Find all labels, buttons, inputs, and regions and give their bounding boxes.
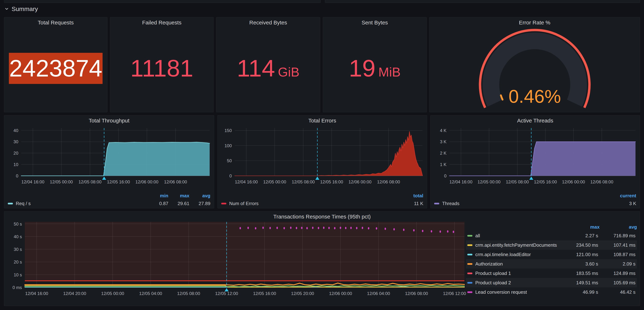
svg-text:30: 30 (14, 139, 18, 144)
svg-text:100: 100 (224, 143, 232, 148)
legend-item[interactable]: Lead conversion request 46.99 s46.42 s (466, 287, 637, 297)
threads-chart[interactable]: 01 K2 K3 K4 K12/04 16:0012/05 00:0012/05… (432, 126, 639, 187)
panel-title[interactable]: Transactions Response Times (95th pct) (4, 214, 640, 220)
panel-title[interactable]: Active Threads (430, 118, 640, 124)
panel-total-throughput: Total Throughput 01020304012/04 16:0012/… (4, 115, 214, 208)
legend-item[interactable]: crm.api.entity.fetchPaymentDocuments 234… (466, 240, 637, 250)
stat-unit: MiB (378, 65, 401, 79)
svg-text:12/06 00:00: 12/06 00:00 (329, 291, 352, 296)
svg-text:12/04 16:00: 12/04 16:00 (22, 179, 44, 184)
legend-item[interactable]: Authorization 3.60 s2.09 s (466, 259, 637, 269)
series-swatch (434, 203, 439, 204)
svg-text:12/05 00:00: 12/05 00:00 (263, 179, 286, 184)
svg-text:12/05 00:00: 12/05 00:00 (101, 291, 124, 296)
stat-value-failed-requests: 11181 (130, 56, 193, 81)
svg-text:30 s: 30 s (14, 247, 22, 252)
panel-sent-bytes: Sent Bytes 19MiB (323, 17, 427, 112)
legend-sort-max[interactable]: max (562, 224, 600, 230)
svg-text:12/06 00:00: 12/06 00:00 (562, 179, 585, 184)
section-title: Summary (12, 5, 38, 12)
stat-value-received-bytes: 114GiB (237, 56, 299, 81)
chevron-down-icon (4, 6, 9, 11)
series-swatch (467, 235, 472, 237)
svg-text:4 K: 4 K (440, 128, 446, 133)
panel-title[interactable]: Total Errors (218, 118, 427, 124)
svg-text:12/04 16:00: 12/04 16:00 (235, 179, 258, 184)
svg-text:12/05 08:00: 12/05 08:00 (292, 179, 315, 184)
legend-sort-min[interactable]: min (147, 193, 168, 199)
legend-item[interactable]: Product upload 1 183.55 ms124.89 ms (466, 269, 637, 278)
legend-sort-max[interactable]: max (168, 193, 189, 199)
svg-text:0: 0 (444, 173, 446, 178)
errors-legend: total Num of Errors 11 K (221, 193, 423, 206)
svg-text:0: 0 (230, 173, 232, 178)
svg-text:12/05 04:00: 12/05 04:00 (139, 291, 162, 296)
legend-item[interactable]: Num of Errors 11 K (221, 201, 423, 206)
series-swatch (8, 203, 13, 204)
legend-item[interactable]: Threads 3 K (434, 201, 636, 206)
svg-text:40: 40 (14, 128, 18, 133)
threads-legend: current Threads 3 K (434, 193, 636, 206)
errors-chart[interactable]: 05010015012/04 16:0012/05 00:0012/05 08:… (219, 126, 426, 187)
panel-transactions-response-times: Transactions Response Times (95th pct) 0… (4, 211, 640, 306)
legend-sort-avg[interactable]: avg (600, 224, 637, 230)
legend-item[interactable]: all 2.27 s716.89 ms (466, 231, 637, 240)
panel-failed-requests: Failed Requests 11181 (110, 17, 214, 112)
legend-item[interactable]: crm.api.timeline.loadEditor 121.00 ms108… (466, 250, 637, 259)
svg-text:12/06 08:00: 12/06 08:00 (164, 179, 187, 184)
legend-sort-avg[interactable]: avg (189, 193, 210, 199)
series-label: Authorization (475, 261, 503, 267)
panel-title[interactable]: Total Throughput (4, 118, 214, 124)
transactions-legend: max avg all 2.27 s716.89 ms crm.api.enti… (466, 223, 637, 297)
stat-value-sent-bytes: 19MiB (349, 56, 401, 81)
svg-text:20: 20 (14, 151, 18, 155)
stat-value-total-requests: 2423874 (9, 53, 102, 84)
svg-text:12/05 00:00: 12/05 00:00 (478, 179, 500, 184)
series-label: crm.api.entity.fetchPaymentDocuments (475, 242, 557, 248)
svg-text:12/05 20:00: 12/05 20:00 (291, 291, 314, 296)
svg-text:12/06 08:00: 12/06 08:00 (405, 291, 428, 296)
svg-text:2 K: 2 K (440, 151, 446, 155)
panel-title[interactable]: Total Requests (4, 19, 107, 26)
legend-sort-current[interactable]: current (612, 193, 636, 199)
legend-item[interactable]: Product upload 2 149.51 ms105.69 ms (466, 278, 637, 287)
section-row-summary[interactable]: Summary (4, 5, 38, 13)
series-label: all (475, 233, 480, 239)
panel-above-right-remnant (325, 0, 640, 3)
throughput-legend: min max avg Req / s 0.87 29.61 27.89 (8, 193, 210, 206)
svg-text:40 s: 40 s (14, 234, 22, 239)
series-label: Product upload 1 (475, 271, 511, 276)
svg-text:0: 0 (16, 173, 18, 178)
series-swatch (467, 263, 472, 265)
svg-text:12/05 16:00: 12/05 16:00 (534, 179, 557, 184)
svg-text:0 ms: 0 ms (12, 285, 22, 290)
series-label: Req / s (16, 201, 30, 206)
legend-sort-total[interactable]: total (402, 193, 423, 199)
svg-text:0.46%: 0.46% (508, 86, 561, 107)
legend-item[interactable]: Req / s 0.87 29.61 27.89 (8, 201, 210, 206)
throughput-chart[interactable]: 01020304012/04 16:0012/05 00:0012/05 08:… (6, 126, 213, 187)
transactions-chart[interactable]: 0 ms10 s20 s30 s40 s50 s12/04 16:0012/04… (6, 220, 466, 300)
svg-text:12/05 00:00: 12/05 00:00 (50, 179, 73, 184)
svg-text:1 K: 1 K (440, 162, 446, 167)
panel-received-bytes: Received Bytes 114GiB (216, 17, 320, 112)
series-label: Product upload 2 (475, 280, 511, 286)
svg-text:150: 150 (224, 128, 232, 133)
series-label: Num of Errors (229, 201, 258, 206)
svg-text:50 s: 50 s (14, 222, 22, 226)
grafana-dashboard: { "section": {"title": "Summary"}, "colo… (0, 0, 644, 310)
series-swatch (467, 244, 472, 246)
svg-text:12/05 08:00: 12/05 08:00 (78, 179, 102, 184)
series-swatch (467, 273, 472, 274)
svg-text:50: 50 (227, 158, 232, 163)
svg-text:12/06 08:00: 12/06 08:00 (377, 179, 400, 184)
series-swatch (467, 254, 472, 255)
panel-title[interactable]: Received Bytes (216, 19, 320, 26)
panel-title[interactable]: Sent Bytes (323, 19, 426, 26)
svg-text:12/04 16:00: 12/04 16:00 (25, 291, 48, 296)
svg-text:12/06 00:00: 12/06 00:00 (348, 179, 372, 184)
panel-active-threads: Active Threads 01 K2 K3 K4 K12/04 16:001… (430, 115, 640, 208)
svg-text:12/06 00:00: 12/06 00:00 (135, 179, 158, 184)
panel-title[interactable]: Failed Requests (110, 19, 214, 26)
panel-total-requests: Total Requests 2423874 (4, 17, 108, 112)
